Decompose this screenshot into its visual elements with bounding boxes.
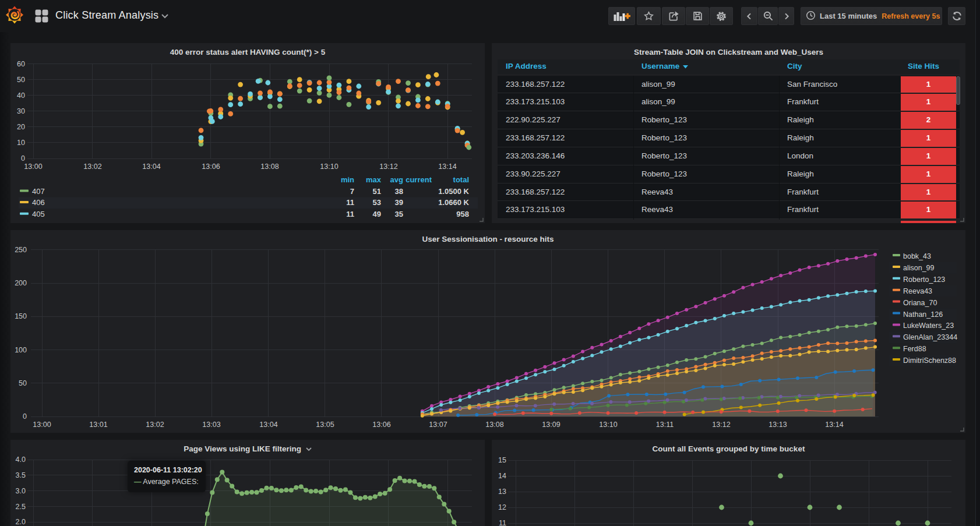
svg-text:4.0: 4.0: [16, 456, 26, 464]
svg-text:bobk_43: bobk_43: [903, 252, 931, 260]
svg-text:200: 200: [15, 279, 27, 287]
svg-text:max: max: [366, 175, 382, 184]
svg-text:13:08: 13:08: [485, 421, 503, 429]
svg-text:min: min: [341, 175, 354, 184]
svg-text:13:00: 13:00: [33, 421, 51, 429]
svg-text:60: 60: [17, 60, 25, 68]
svg-text:2.5: 2.5: [16, 503, 26, 511]
svg-text:13:12: 13:12: [712, 421, 730, 429]
svg-text:13:10: 13:10: [599, 421, 617, 429]
svg-text:39: 39: [395, 198, 403, 207]
svg-text:Ferd88: Ferd88: [903, 345, 926, 353]
svg-text:0: 0: [21, 154, 25, 163]
svg-text:50: 50: [19, 379, 27, 387]
svg-text:12: 12: [498, 503, 506, 511]
svg-text:10: 10: [17, 139, 25, 147]
svg-text:13:02: 13:02: [146, 421, 164, 429]
svg-text:38: 38: [395, 187, 403, 196]
svg-text:alison_99: alison_99: [903, 264, 935, 272]
svg-text:49: 49: [373, 210, 381, 218]
svg-text:1.0660 K: 1.0660 K: [438, 198, 469, 207]
svg-text:1.0500 K: 1.0500 K: [438, 187, 469, 196]
svg-text:2.0: 2.0: [16, 518, 26, 526]
svg-text:Reeva43: Reeva43: [903, 287, 932, 295]
svg-text:7: 7: [350, 187, 354, 196]
svg-text:405: 405: [32, 210, 45, 218]
svg-text:13:07: 13:07: [429, 421, 447, 429]
svg-text:11: 11: [346, 210, 354, 218]
svg-text:13:14: 13:14: [438, 163, 456, 171]
svg-text:407: 407: [32, 187, 45, 196]
svg-text:GlenAlan_23344: GlenAlan_23344: [903, 333, 957, 341]
svg-text:13:13: 13:13: [769, 421, 787, 429]
svg-text:Roberto_123: Roberto_123: [903, 276, 945, 284]
svg-text:35: 35: [395, 210, 403, 218]
svg-text:20: 20: [17, 123, 25, 131]
svg-text:13:14: 13:14: [825, 421, 843, 429]
svg-text:13:04: 13:04: [142, 163, 160, 171]
svg-text:13:01: 13:01: [89, 421, 107, 429]
svg-text:13:02: 13:02: [83, 163, 101, 171]
svg-text:13:06: 13:06: [202, 163, 220, 171]
svg-text:13:04: 13:04: [259, 421, 277, 429]
svg-text:15: 15: [498, 456, 506, 464]
svg-text:avg: avg: [390, 175, 403, 184]
svg-text:LukeWaters_23: LukeWaters_23: [903, 322, 954, 330]
svg-text:total: total: [453, 175, 469, 184]
svg-text:13:08: 13:08: [260, 163, 279, 171]
svg-text:11: 11: [346, 198, 354, 207]
svg-text:11: 11: [499, 519, 506, 526]
svg-text:13:00: 13:00: [24, 163, 42, 171]
svg-text:3.5: 3.5: [16, 471, 26, 479]
svg-text:14: 14: [498, 472, 506, 480]
svg-text:100: 100: [15, 346, 27, 354]
svg-text:13: 13: [498, 488, 506, 496]
svg-text:958: 958: [456, 210, 469, 218]
svg-text:Nathan_126: Nathan_126: [903, 310, 943, 319]
svg-text:30: 30: [17, 107, 25, 115]
svg-text:50: 50: [17, 76, 25, 84]
svg-text:150: 150: [15, 312, 27, 320]
svg-text:250: 250: [15, 246, 27, 254]
svg-text:13:06: 13:06: [372, 421, 390, 429]
svg-text:13:09: 13:09: [542, 421, 560, 429]
svg-text:51: 51: [373, 187, 381, 196]
svg-text:406: 406: [32, 198, 45, 207]
svg-text:3.0: 3.0: [16, 487, 26, 495]
svg-text:0: 0: [23, 412, 27, 421]
svg-text:DimitriSchenz88: DimitriSchenz88: [903, 356, 956, 365]
svg-text:13:10: 13:10: [320, 163, 338, 171]
svg-text:13:05: 13:05: [316, 421, 334, 429]
svg-text:Oriana_70: Oriana_70: [903, 299, 937, 307]
svg-text:current: current: [406, 175, 432, 184]
svg-text:13:03: 13:03: [202, 421, 220, 429]
svg-text:13:11: 13:11: [656, 421, 674, 429]
svg-text:40: 40: [17, 91, 25, 100]
svg-text:53: 53: [373, 198, 381, 207]
svg-text:13:12: 13:12: [379, 163, 397, 171]
